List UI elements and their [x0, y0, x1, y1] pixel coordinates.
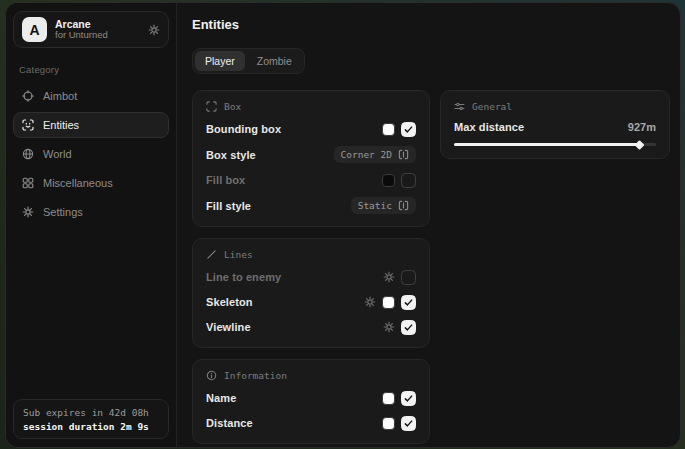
crosshair-icon [22, 90, 34, 102]
fill-box-row: Fill box [206, 172, 416, 188]
bounding-box-checkbox[interactable] [401, 122, 416, 137]
skeleton-row: Skeleton [206, 294, 416, 310]
name-row: Name [206, 390, 416, 406]
name-color-swatch[interactable] [382, 392, 395, 405]
box-style-label: Box style [206, 149, 256, 161]
brackets-icon [398, 149, 409, 160]
globe-icon [22, 148, 34, 160]
slash-icon [206, 249, 217, 260]
information-card-title: Information [224, 370, 287, 381]
slider-thumb[interactable] [634, 140, 644, 150]
max-distance-row: Max distance 927m [454, 121, 656, 133]
page-title: Entities [192, 17, 670, 32]
sidebar-item-settings[interactable]: Settings [13, 199, 169, 225]
viewline-row: Viewline [206, 319, 416, 335]
distance-color-swatch[interactable] [382, 417, 395, 430]
sidebar-item-entities[interactable]: Entities [13, 112, 169, 138]
sidebar: A Arcane for Unturned Category Aimbot [6, 3, 177, 447]
skeleton-color-swatch[interactable] [382, 296, 395, 309]
subscription-status-card: Sub expires in 42d 08h session duration … [13, 399, 169, 439]
fill-style-label: Fill style [206, 200, 251, 212]
viewline-checkbox[interactable] [401, 320, 416, 335]
box-card-title: Box [224, 101, 241, 112]
max-distance-label: Max distance [454, 121, 524, 133]
line-to-enemy-settings-gear-icon[interactable] [383, 271, 395, 283]
sidebar-item-aimbot[interactable]: Aimbot [13, 83, 169, 109]
viewline-settings-gear-icon[interactable] [383, 321, 395, 333]
box-corners-icon [206, 101, 217, 112]
gear-icon [22, 206, 34, 218]
fill-style-value: Static [358, 200, 392, 211]
general-card: General Max distance 927m [440, 90, 670, 159]
bounding-box-row: Bounding box [206, 121, 416, 137]
brackets-icon [398, 200, 409, 211]
sub-expiry-text: Sub expires in 42d 08h [23, 407, 159, 418]
category-label: Category [19, 64, 163, 75]
skeleton-checkbox[interactable] [401, 295, 416, 310]
distance-checkbox[interactable] [401, 416, 416, 431]
sidebar-item-label: Aimbot [43, 90, 77, 102]
line-to-enemy-label: Line to enemy [206, 271, 281, 283]
line-to-enemy-checkbox[interactable] [401, 270, 416, 285]
name-label: Name [206, 392, 236, 404]
info-icon [206, 370, 217, 381]
sidebar-item-label: Miscellaneous [43, 177, 113, 189]
app-window: A Arcane for Unturned Category Aimbot [5, 2, 681, 448]
skeleton-label: Skeleton [206, 296, 253, 308]
brand-logo: A [22, 17, 47, 42]
brand-card: A Arcane for Unturned [13, 11, 169, 48]
scan-face-icon [22, 119, 34, 131]
tab-player[interactable]: Player [195, 51, 245, 71]
line-to-enemy-row: Line to enemy [206, 269, 416, 285]
box-style-value: Corner 2D [341, 149, 392, 160]
sidebar-item-miscellaneous[interactable]: Miscellaneous [13, 170, 169, 196]
max-distance-slider[interactable] [454, 143, 656, 146]
sidebar-item-label: World [43, 148, 72, 160]
box-style-select[interactable]: Corner 2D [334, 146, 416, 163]
slider-fill [454, 143, 640, 146]
fill-box-checkbox[interactable] [401, 173, 416, 188]
entity-type-tabs: Player Zombie [192, 48, 305, 74]
sliders-icon [454, 101, 465, 112]
sidebar-nav: Aimbot Entities World Miscellaneous [13, 83, 169, 225]
grid-icon [22, 177, 34, 189]
information-card: Information Name Distance [192, 359, 430, 444]
fill-box-color-swatch[interactable] [382, 174, 395, 187]
sidebar-item-label: Entities [43, 119, 79, 131]
bounding-box-label: Bounding box [206, 123, 281, 135]
sidebar-item-world[interactable]: World [13, 141, 169, 167]
fill-style-select[interactable]: Static [351, 197, 416, 214]
brand-settings-gear-icon[interactable] [148, 24, 160, 36]
distance-label: Distance [206, 417, 253, 429]
tab-zombie[interactable]: Zombie [247, 51, 302, 71]
box-style-row: Box style Corner 2D [206, 146, 416, 163]
name-checkbox[interactable] [401, 391, 416, 406]
app-subtitle: for Unturned [55, 30, 140, 41]
distance-row: Distance [206, 415, 416, 431]
lines-card: Lines Line to enemy Skeleton [192, 238, 430, 348]
viewline-label: Viewline [206, 321, 251, 333]
bounding-box-color-swatch[interactable] [382, 123, 395, 136]
main-content: Entities Player Zombie Box Bounding box [177, 3, 680, 447]
skeleton-settings-gear-icon[interactable] [364, 296, 376, 308]
sidebar-item-label: Settings [43, 206, 83, 218]
lines-card-title: Lines [224, 249, 253, 260]
box-card: Box Bounding box Box style [192, 90, 430, 227]
fill-box-label: Fill box [206, 174, 245, 186]
general-card-title: General [472, 101, 512, 112]
max-distance-value: 927m [628, 121, 656, 133]
session-duration-text: session duration 2m 9s [23, 421, 159, 432]
fill-style-row: Fill style Static [206, 197, 416, 214]
